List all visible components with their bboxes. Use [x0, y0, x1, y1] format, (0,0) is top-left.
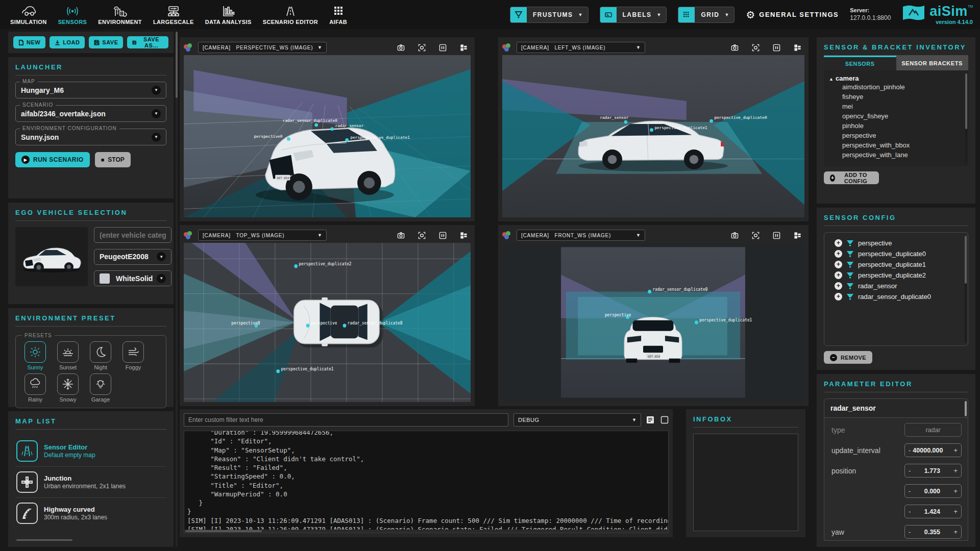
pause-icon[interactable]: [439, 44, 447, 52]
nav-scenario-editor[interactable]: SCENARIO EDITOR: [260, 3, 321, 27]
expand-icon[interactable]: +: [835, 282, 842, 290]
increment-icon[interactable]: +: [953, 467, 958, 474]
camera-view-front[interactable]: SET-054 radar_sensor_duplicate0 perspect…: [502, 243, 804, 402]
tree-item[interactable]: mei: [829, 102, 963, 111]
tab-sensors[interactable]: SENSORS: [824, 56, 896, 70]
position-y-stepper[interactable]: - 0.000 +: [904, 484, 962, 498]
scenario-select[interactable]: SCENARIO aifab/2346_overtake.json ▼: [15, 105, 166, 122]
left-scrollbar[interactable]: [176, 32, 178, 547]
snapshot-icon[interactable]: [731, 232, 739, 239]
nav-aifab[interactable]: AIFAB: [326, 3, 350, 27]
nav-largescale[interactable]: LARGESCALE: [150, 3, 197, 27]
camera-view-perspective[interactable]: SET 054 radar_sensor_duplicate0 radar_se…: [184, 55, 471, 217]
viewport-source-select[interactable]: [CAMERA] FRONT_WS (IMAGE) ▼: [517, 230, 645, 241]
clear-log-icon[interactable]: [660, 416, 669, 424]
tree-item[interactable]: pinhole: [829, 121, 963, 131]
update-interval-stepper[interactable]: - 40000.000 +: [904, 443, 962, 457]
preset-rainy[interactable]: Rainy: [23, 373, 47, 403]
increment-icon[interactable]: +: [953, 487, 958, 495]
camera-view-top[interactable]: perspective_duplicate2 perspective0 pers…: [184, 243, 471, 402]
log-list-icon[interactable]: [646, 416, 654, 424]
pause-icon[interactable]: [773, 232, 780, 239]
map-list-scrollbar[interactable]: [16, 539, 72, 541]
log-horizontal-scrollbar[interactable]: [184, 530, 668, 533]
viewport-source-select[interactable]: [CAMERA] LEFT_WS (IMAGE) ▼: [517, 42, 645, 53]
layout-icon[interactable]: [460, 232, 468, 239]
snapshot-icon[interactable]: [397, 232, 405, 239]
run-scenario-button[interactable]: ▶ RUN SCENARIO: [15, 152, 90, 167]
nav-data-analysis[interactable]: DATA ANALYSIS: [202, 3, 255, 27]
sensor-config-item[interactable]: + perspective_duplicate0: [828, 248, 964, 259]
nav-sensors[interactable]: SENSORS: [55, 3, 90, 27]
expand-icon[interactable]: +: [835, 239, 842, 247]
preset-snowy[interactable]: Snowy: [56, 373, 80, 403]
preset-sunny[interactable]: Sunny: [23, 341, 47, 370]
sensor-config-scrollbar[interactable]: [965, 236, 967, 342]
preset-sunset[interactable]: Sunset: [56, 341, 80, 370]
vehicle-color-select[interactable]: WhiteSolid ▼: [94, 270, 172, 286]
general-settings-button[interactable]: ⚙ GENERAL SETTINGS: [746, 9, 839, 21]
tree-item[interactable]: fisheye: [829, 92, 963, 102]
parameter-editor-scrollbar[interactable]: [965, 401, 967, 416]
nav-simulation[interactable]: SIMULATION: [7, 3, 50, 27]
update-interval-value[interactable]: 40000.000: [911, 447, 953, 454]
tree-item[interactable]: opencv_fisheye: [829, 111, 963, 121]
vehicle-category-field[interactable]: [94, 227, 172, 243]
tree-item[interactable]: aimdistortion_pinhole: [829, 82, 963, 92]
add-to-config-button[interactable]: + ADD TO CONFIG: [824, 171, 879, 184]
sensor-config-item[interactable]: + radar_sensor_duplicate0: [828, 291, 964, 302]
nav-environment[interactable]: ENVIRONMENT: [95, 3, 145, 27]
position-z-value[interactable]: 1.424: [911, 508, 953, 515]
viewport-source-select[interactable]: [CAMERA] TOP_WS (IMAGE) ▼: [198, 230, 327, 241]
yaw-stepper[interactable]: - 0.355 +: [904, 525, 962, 539]
labels-toggle[interactable]: LABELS ▼: [600, 7, 667, 23]
preset-night[interactable]: Night: [88, 341, 113, 370]
save-button[interactable]: SAVE: [89, 36, 123, 48]
increment-icon[interactable]: +: [953, 508, 958, 515]
tree-scrollbar[interactable]: [965, 73, 967, 163]
position-z-stepper[interactable]: - 1.424 +: [904, 505, 962, 518]
layout-icon[interactable]: [794, 44, 801, 52]
vehicle-model-select[interactable]: PeugeotE2008 ▼: [94, 249, 172, 265]
vehicle-category-input[interactable]: [100, 231, 166, 239]
tree-item[interactable]: perspective: [829, 131, 963, 140]
tree-item[interactable]: perspective_with_lane: [829, 150, 963, 160]
focus-icon[interactable]: [418, 44, 426, 52]
map-select[interactable]: MAP Hungary_M6 ▼: [15, 82, 166, 98]
position-y-value[interactable]: 0.000: [911, 488, 953, 495]
save-as-button[interactable]: SAVE AS...: [127, 36, 168, 48]
sensor-config-item[interactable]: + perspective_duplicate2: [828, 270, 964, 281]
new-button[interactable]: NEW: [13, 36, 45, 48]
expand-icon[interactable]: +: [835, 293, 842, 300]
tree-group-camera[interactable]: ▲camera: [829, 74, 963, 82]
snapshot-icon[interactable]: [397, 44, 405, 52]
viewport-source-select[interactable]: [CAMERA] PERSPECTIVE_WS (IMAGE) ▼: [198, 42, 327, 53]
pause-icon[interactable]: [773, 44, 780, 52]
focus-icon[interactable]: [752, 232, 760, 239]
focus-icon[interactable]: [418, 232, 426, 239]
position-x-value[interactable]: 1.773: [911, 467, 953, 474]
load-button[interactable]: LOAD: [50, 36, 85, 48]
log-level-select[interactable]: DEBUG ▼: [513, 413, 641, 427]
sensor-config-item[interactable]: + perspective: [828, 238, 964, 248]
increment-icon[interactable]: +: [953, 446, 958, 454]
sensor-config-item[interactable]: + radar_sensor: [828, 281, 964, 291]
increment-icon[interactable]: +: [953, 528, 958, 536]
expand-icon[interactable]: +: [835, 261, 842, 268]
map-item-sensor-editor[interactable]: Sensor Editor Default empty map: [15, 436, 166, 467]
tab-sensor-brackets[interactable]: SENSOR BRACKETS: [896, 56, 969, 70]
expand-icon[interactable]: +: [835, 250, 842, 258]
log-filter-input[interactable]: [184, 413, 508, 427]
tree-item[interactable]: perspective_with_bbox: [829, 140, 963, 150]
focus-icon[interactable]: [752, 44, 760, 52]
log-output[interactable]: "Duration" : 19.959999684472656, "Id" : …: [184, 431, 669, 533]
remove-button[interactable]: − REMOVE: [824, 351, 872, 364]
map-item-highway-curved[interactable]: Highway curved 300m radius, 2x3 lanes: [15, 498, 166, 529]
layout-icon[interactable]: [460, 44, 468, 52]
frustums-toggle[interactable]: FRUSTUMS ▼: [510, 7, 589, 23]
map-item-junction[interactable]: Junction Urban environment, 2x1 lanes: [15, 467, 166, 498]
camera-view-left[interactable]: radar_sensor perspective_duplicate0 pers…: [502, 55, 804, 217]
grid-toggle[interactable]: GRID ▼: [678, 7, 734, 23]
snapshot-icon[interactable]: [731, 44, 739, 52]
environment-config-select[interactable]: ENVIRONMENT CONFIGURATION Sunny.json ▼: [15, 129, 166, 145]
